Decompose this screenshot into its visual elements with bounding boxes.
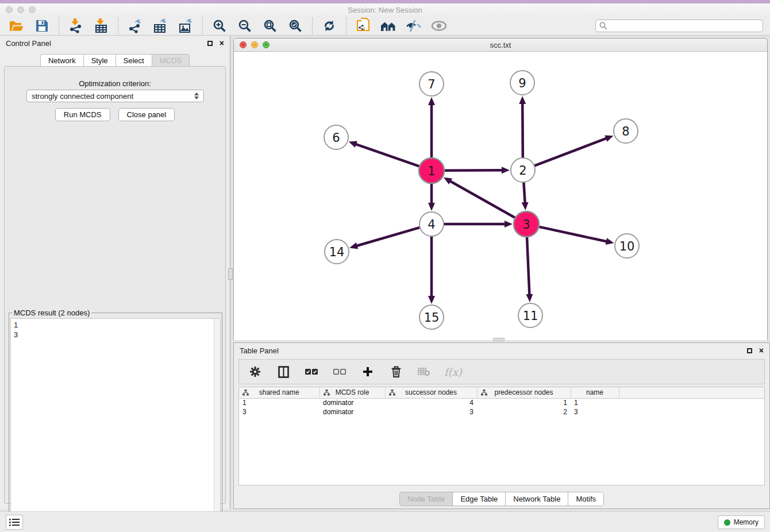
zoom-fit-button[interactable] — [262, 18, 278, 34]
function-builder-button[interactable]: f(x) — [444, 366, 462, 378]
table-settings-button[interactable] — [247, 364, 263, 380]
table-row[interactable]: 1 dominator 4 1 1 — [239, 398, 764, 407]
graph-edge-arrowhead — [428, 203, 435, 211]
close-table-panel-icon[interactable]: × — [759, 346, 764, 354]
graph-edge[interactable] — [538, 227, 607, 242]
list-icon — [9, 518, 20, 526]
graph-edge-arrowhead — [349, 141, 357, 148]
tab-edge-table[interactable]: Edge Table — [452, 492, 505, 506]
graph-node-label: 6 — [332, 131, 340, 145]
graph-edge[interactable] — [356, 228, 420, 246]
clone-network-button[interactable] — [355, 18, 371, 34]
zoom-in-button[interactable] — [211, 18, 228, 34]
graph-node-label: 4 — [428, 218, 435, 232]
vertical-splitter-handle[interactable] — [228, 268, 233, 280]
tab-network[interactable]: Network — [40, 54, 83, 67]
graph-edge-arrowhead — [605, 136, 613, 142]
hide-view-button[interactable] — [406, 18, 422, 34]
add-column-button[interactable] — [360, 364, 376, 380]
refresh-icon — [322, 19, 336, 33]
delete-table-button-disabled[interactable] — [416, 364, 432, 380]
memory-status-dot — [724, 519, 730, 526]
export-network-button[interactable] — [127, 18, 143, 34]
tab-motifs[interactable]: Motifs — [568, 492, 604, 506]
save-session-button[interactable] — [34, 18, 50, 34]
table-panel-header: Table Panel × — [234, 343, 769, 358]
close-panel-icon[interactable]: × — [220, 39, 224, 47]
table-panel-title: Table Panel — [240, 346, 279, 355]
control-panel: Control Panel × Network Style Select MCD… — [0, 36, 230, 509]
horizontal-splitter-handle[interactable] — [493, 338, 505, 341]
delete-column-button[interactable] — [388, 364, 404, 380]
result-line: 3 — [14, 330, 211, 340]
close-panel-button[interactable]: Close panel — [118, 108, 175, 121]
export-network-icon — [128, 18, 142, 33]
float-panel-icon[interactable] — [207, 41, 213, 46]
select-all-button[interactable] — [303, 364, 319, 380]
graph-edge[interactable] — [527, 237, 529, 295]
table-panel: Table Panel × — [233, 342, 770, 509]
graph-edge-arrowhead — [519, 96, 526, 104]
destroy-network-button[interactable] — [380, 18, 396, 34]
control-panel-tabs: Network Style Select MCDS — [0, 54, 230, 67]
eye-slash-icon — [406, 20, 422, 32]
deselect-all-button[interactable] — [332, 364, 348, 380]
run-mcds-button[interactable]: Run MCDS — [55, 108, 110, 121]
network-title: scc.txt — [234, 41, 767, 49]
zoom-out-button[interactable] — [237, 18, 253, 34]
network-canvas[interactable]: 7968124314101511 — [234, 52, 767, 340]
tab-node-table[interactable]: Node Table — [399, 492, 453, 506]
task-history-button[interactable] — [6, 515, 23, 530]
graph-edge[interactable] — [523, 182, 525, 203]
result-scrollbar[interactable] — [214, 319, 220, 527]
column-header-mcds-role[interactable]: MCDS role — [319, 387, 385, 398]
tab-network-table[interactable]: Network Table — [505, 492, 568, 506]
show-view-button[interactable] — [431, 18, 447, 34]
graph-edge-arrowhead — [502, 167, 510, 174]
graph-edge[interactable] — [444, 170, 503, 171]
column-visibility-button[interactable] — [275, 364, 291, 380]
table-toolbar: f(x) — [238, 359, 765, 384]
refresh-layout-button[interactable] — [321, 18, 337, 34]
houses-icon — [380, 20, 396, 32]
mcds-panel-body: Optimization criterion: strongly connect… — [4, 66, 226, 504]
tab-mcds[interactable]: MCDS — [152, 54, 190, 67]
column-header-predecessor-nodes[interactable]: predecessor nodes — [477, 387, 571, 398]
graph-edge-arrowhead — [522, 202, 529, 210]
mcds-result-area[interactable]: 1 3 — [10, 318, 221, 528]
table-header-row: shared name MCDS role — [239, 387, 764, 398]
graph-node-label: 9 — [518, 76, 526, 90]
open-session-button[interactable] — [9, 18, 25, 34]
export-table-button[interactable] — [152, 18, 168, 34]
graph-edge[interactable] — [449, 181, 515, 218]
graph-edge[interactable] — [534, 138, 607, 165]
node-table[interactable]: shared name MCDS role — [238, 387, 765, 485]
import-network-button[interactable] — [68, 18, 84, 34]
graph-edge[interactable] — [355, 144, 419, 167]
graph-edge[interactable] — [522, 103, 523, 158]
column-header-successor-nodes[interactable]: successor nodes — [385, 387, 477, 398]
table-tabs: Node Table Edge Table Network Table Moti… — [234, 492, 769, 506]
column-header-shared-name[interactable]: shared name — [239, 387, 319, 398]
criterion-select[interactable]: strongly connected component — [26, 90, 204, 102]
chevron-up-down-icon — [194, 92, 199, 99]
graph-edge-arrowhead — [428, 97, 435, 105]
status-bar: Memory — [0, 511, 770, 532]
graph-node-label: 10 — [619, 240, 635, 253]
export-image-button[interactable] — [178, 18, 194, 34]
search-input[interactable] — [595, 20, 763, 32]
tab-style[interactable]: Style — [83, 54, 116, 67]
tab-select[interactable]: Select — [116, 54, 152, 67]
zoom-selected-button[interactable] — [287, 18, 303, 34]
table-row[interactable]: 3 dominator 3 2 3 — [239, 407, 764, 417]
checked-boxes-icon — [305, 369, 318, 375]
memory-button[interactable]: Memory — [718, 515, 765, 529]
column-header-name[interactable]: name — [571, 387, 619, 398]
optimization-criterion-label: Optimization criterion: — [5, 79, 225, 88]
control-panel-header: Control Panel × — [0, 36, 230, 51]
graph-node-label: 3 — [522, 218, 530, 232]
float-table-panel-icon[interactable] — [747, 348, 752, 353]
network-view-window: × − + scc.txt 7968124314101511 — [233, 38, 768, 340]
import-table-button[interactable] — [93, 18, 109, 34]
tree-icon — [389, 390, 395, 396]
